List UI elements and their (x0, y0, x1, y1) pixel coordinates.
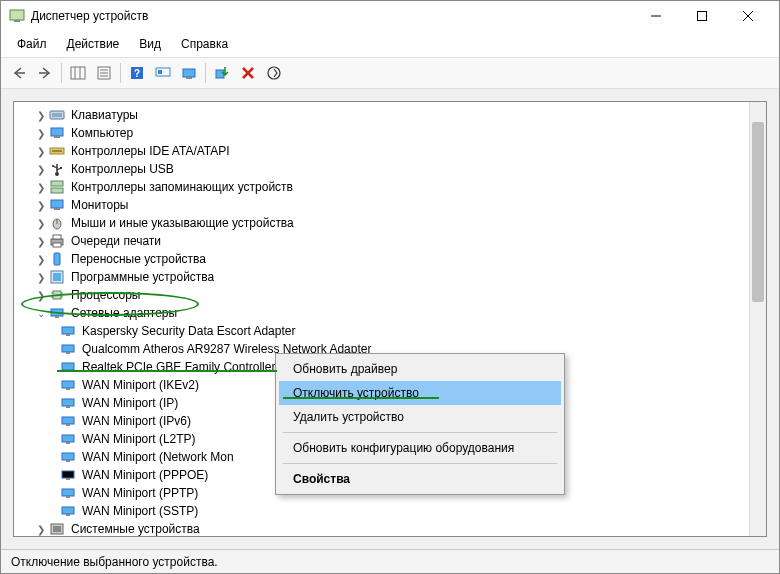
view-devices-button[interactable] (151, 61, 175, 85)
tree-label: WAN Miniport (SSTP) (80, 503, 200, 519)
maximize-button[interactable] (679, 1, 725, 31)
chevron-right-icon[interactable]: ❯ (34, 234, 48, 248)
tree-label: WAN Miniport (IKEv2) (80, 377, 201, 393)
toolbar-separator (205, 63, 206, 83)
tree-label: Системные устройства (69, 521, 202, 537)
network-adapter-icon (60, 431, 76, 447)
tree-item-keyboards[interactable]: ❯ Клавиатуры (16, 106, 764, 124)
tree-item-ide[interactable]: ❯ Контроллеры IDE ATA/ATAPI (16, 142, 764, 160)
network-adapter-icon (60, 359, 76, 375)
svg-rect-54 (66, 334, 70, 336)
statusbar-text: Отключение выбранного устройства. (11, 555, 218, 569)
svg-rect-59 (62, 381, 74, 388)
svg-rect-23 (50, 111, 64, 119)
close-button[interactable] (725, 1, 771, 31)
printer-icon (49, 233, 65, 249)
vertical-scrollbar[interactable] (749, 102, 766, 536)
back-button[interactable] (7, 61, 31, 85)
statusbar: Отключение выбранного устройства. (1, 549, 779, 573)
network-adapter-icon (60, 323, 76, 339)
toolbar-separator (61, 63, 62, 83)
network-adapter-icon (49, 305, 65, 321)
tree-item-storage[interactable]: ❯ Контроллеры запоминающих устройств (16, 178, 764, 196)
chevron-right-icon[interactable]: ❯ (34, 180, 48, 194)
scan-hardware-button[interactable] (177, 61, 201, 85)
svg-rect-73 (62, 507, 74, 514)
menu-help[interactable]: Справка (173, 33, 236, 55)
svg-point-22 (268, 67, 280, 79)
tree-label: Программные устройства (69, 269, 216, 285)
frame-bottom-border (1, 537, 779, 549)
portable-device-icon (49, 251, 65, 267)
tree-item-monitors[interactable]: ❯ Мониторы (16, 196, 764, 214)
svg-point-30 (55, 172, 59, 176)
chevron-right-icon[interactable]: ❯ (34, 126, 48, 140)
scrollbar-thumb[interactable] (752, 122, 764, 302)
svg-rect-67 (62, 453, 74, 460)
svg-rect-66 (66, 442, 70, 444)
toolbar-separator (120, 63, 121, 83)
tree-label: WAN Miniport (L2TP) (80, 431, 198, 447)
tree-item-portable[interactable]: ❯ Переносные устройства (16, 250, 764, 268)
chevron-right-icon[interactable]: ❯ (34, 270, 48, 284)
tree-label: WAN Miniport (PPTP) (80, 485, 200, 501)
chevron-right-icon[interactable]: ❯ (34, 108, 48, 122)
chevron-down-icon[interactable]: ⌄ (34, 306, 48, 320)
chevron-right-icon[interactable]: ❯ (34, 162, 48, 176)
enable-button[interactable] (210, 61, 234, 85)
help-button[interactable]: ? (125, 61, 149, 85)
chevron-right-icon[interactable]: ❯ (34, 252, 48, 266)
chevron-right-icon[interactable]: ❯ (34, 198, 48, 212)
svg-rect-46 (53, 291, 61, 299)
menubar: Файл Действие Вид Справка (1, 31, 779, 58)
svg-rect-35 (51, 188, 63, 193)
tree-item-computer[interactable]: ❯ Компьютер (16, 124, 764, 142)
properties-button[interactable] (92, 61, 116, 85)
tree-item-usb[interactable]: ❯ Контроллеры USB (16, 160, 764, 178)
svg-rect-58 (66, 370, 70, 372)
ctx-properties[interactable]: Свойства (279, 467, 561, 491)
tree-item-print-queues[interactable]: ❯ Очереди печати (16, 232, 764, 250)
network-adapter-icon (60, 449, 76, 465)
network-adapter-icon (60, 413, 76, 429)
svg-rect-3 (698, 12, 707, 21)
context-menu: Обновить драйвер Отключить устройство Уд… (275, 353, 565, 495)
ctx-scan-hardware[interactable]: Обновить конфигурацию оборудования (279, 436, 561, 460)
menu-action[interactable]: Действие (59, 33, 128, 55)
svg-rect-21 (216, 70, 224, 78)
update-driver-button[interactable] (262, 61, 286, 85)
svg-rect-43 (54, 253, 60, 265)
tree-item-net-kaspersky[interactable]: Kaspersky Security Data Escort Adapter (16, 322, 764, 340)
chevron-right-icon[interactable]: ❯ (34, 288, 48, 302)
menu-view[interactable]: Вид (131, 33, 169, 55)
tree-label: Очереди печати (69, 233, 163, 249)
tree-item-processors[interactable]: ❯ Процессоры (16, 286, 764, 304)
forward-button[interactable] (33, 61, 57, 85)
tree-label: WAN Miniport (IPv6) (80, 413, 193, 429)
tree-label: WAN Miniport (Network Mon (80, 449, 236, 465)
ctx-update-driver[interactable]: Обновить драйвер (279, 357, 561, 381)
ctx-uninstall-device[interactable]: Удалить устройство (279, 405, 561, 429)
chevron-right-icon[interactable]: ❯ (34, 216, 48, 230)
tree-item-system[interactable]: ❯ Системные устройства (16, 520, 764, 537)
ctx-disable-device[interactable]: Отключить устройство (279, 381, 561, 405)
tree-label: Переносные устройства (69, 251, 208, 267)
svg-rect-60 (66, 388, 70, 390)
chevron-right-icon[interactable]: ❯ (34, 144, 48, 158)
svg-rect-52 (55, 316, 59, 318)
toolbar: ? (1, 58, 779, 89)
monitor-icon (49, 197, 65, 213)
minimize-button[interactable] (633, 1, 679, 31)
tree-item-mice[interactable]: ❯ Мыши и иные указывающие устройства (16, 214, 764, 232)
tree-item-network-adapters[interactable]: ⌄ Сетевые адаптеры (16, 304, 764, 322)
tree-item-software-devices[interactable]: ❯ Программные устройства (16, 268, 764, 286)
chevron-right-icon[interactable]: ❯ (34, 522, 48, 536)
svg-rect-74 (66, 514, 70, 516)
tree-item-net-wan-sstp[interactable]: WAN Miniport (SSTP) (16, 502, 764, 520)
tree-label: Сетевые адаптеры (69, 305, 179, 321)
menu-file[interactable]: Файл (9, 33, 55, 55)
svg-rect-0 (10, 10, 24, 20)
show-hide-tree-button[interactable] (66, 61, 90, 85)
uninstall-button[interactable] (236, 61, 260, 85)
mouse-icon (49, 215, 65, 231)
